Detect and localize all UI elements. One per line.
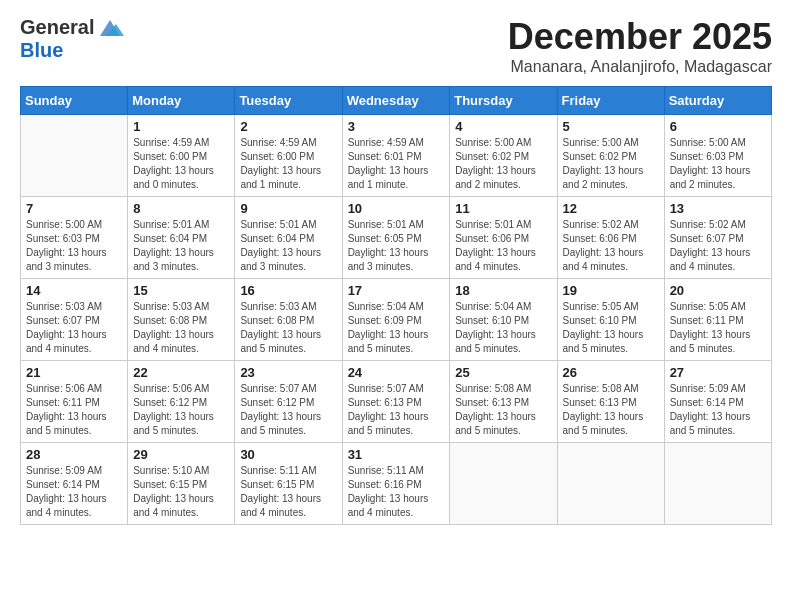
calendar-cell: 24Sunrise: 5:07 AM Sunset: 6:13 PM Dayli… (342, 361, 450, 443)
day-number: 18 (455, 283, 551, 298)
day-info: Sunrise: 5:11 AM Sunset: 6:15 PM Dayligh… (240, 464, 336, 520)
weekday-header-cell: Monday (128, 87, 235, 115)
day-info: Sunrise: 5:01 AM Sunset: 6:04 PM Dayligh… (133, 218, 229, 274)
day-number: 1 (133, 119, 229, 134)
day-info: Sunrise: 5:00 AM Sunset: 6:03 PM Dayligh… (670, 136, 766, 192)
day-number: 7 (26, 201, 122, 216)
day-info: Sunrise: 5:01 AM Sunset: 6:04 PM Dayligh… (240, 218, 336, 274)
day-info: Sunrise: 5:10 AM Sunset: 6:15 PM Dayligh… (133, 464, 229, 520)
day-number: 22 (133, 365, 229, 380)
calendar-cell: 10Sunrise: 5:01 AM Sunset: 6:05 PM Dayli… (342, 197, 450, 279)
day-info: Sunrise: 5:08 AM Sunset: 6:13 PM Dayligh… (563, 382, 659, 438)
calendar-cell: 19Sunrise: 5:05 AM Sunset: 6:10 PM Dayli… (557, 279, 664, 361)
calendar-cell: 17Sunrise: 5:04 AM Sunset: 6:09 PM Dayli… (342, 279, 450, 361)
day-number: 17 (348, 283, 445, 298)
day-number: 19 (563, 283, 659, 298)
day-info: Sunrise: 5:04 AM Sunset: 6:09 PM Dayligh… (348, 300, 445, 356)
calendar-cell (557, 443, 664, 525)
day-number: 13 (670, 201, 766, 216)
calendar-cell (450, 443, 557, 525)
calendar-week-row: 28Sunrise: 5:09 AM Sunset: 6:14 PM Dayli… (21, 443, 772, 525)
day-number: 24 (348, 365, 445, 380)
day-number: 15 (133, 283, 229, 298)
month-title: December 2025 (508, 16, 772, 58)
calendar-cell: 31Sunrise: 5:11 AM Sunset: 6:16 PM Dayli… (342, 443, 450, 525)
calendar-cell: 26Sunrise: 5:08 AM Sunset: 6:13 PM Dayli… (557, 361, 664, 443)
day-number: 23 (240, 365, 336, 380)
title-area: December 2025 Mananara, Analanjirofo, Ma… (508, 16, 772, 76)
logo: General Blue (20, 16, 124, 62)
day-number: 21 (26, 365, 122, 380)
day-number: 12 (563, 201, 659, 216)
header: General Blue December 2025 Mananara, Ana… (20, 16, 772, 76)
day-number: 28 (26, 447, 122, 462)
day-info: Sunrise: 5:03 AM Sunset: 6:08 PM Dayligh… (133, 300, 229, 356)
calendar-cell: 23Sunrise: 5:07 AM Sunset: 6:12 PM Dayli… (235, 361, 342, 443)
day-number: 29 (133, 447, 229, 462)
day-info: Sunrise: 5:04 AM Sunset: 6:10 PM Dayligh… (455, 300, 551, 356)
calendar-cell: 7Sunrise: 5:00 AM Sunset: 6:03 PM Daylig… (21, 197, 128, 279)
day-number: 10 (348, 201, 445, 216)
calendar-cell: 21Sunrise: 5:06 AM Sunset: 6:11 PM Dayli… (21, 361, 128, 443)
day-info: Sunrise: 5:05 AM Sunset: 6:11 PM Dayligh… (670, 300, 766, 356)
calendar-cell: 20Sunrise: 5:05 AM Sunset: 6:11 PM Dayli… (664, 279, 771, 361)
calendar-cell: 3Sunrise: 4:59 AM Sunset: 6:01 PM Daylig… (342, 115, 450, 197)
logo-icon (96, 18, 124, 38)
calendar-cell: 30Sunrise: 5:11 AM Sunset: 6:15 PM Dayli… (235, 443, 342, 525)
day-info: Sunrise: 5:03 AM Sunset: 6:08 PM Dayligh… (240, 300, 336, 356)
day-info: Sunrise: 4:59 AM Sunset: 6:00 PM Dayligh… (133, 136, 229, 192)
day-number: 5 (563, 119, 659, 134)
calendar-cell: 28Sunrise: 5:09 AM Sunset: 6:14 PM Dayli… (21, 443, 128, 525)
weekday-header: SundayMondayTuesdayWednesdayThursdayFrid… (21, 87, 772, 115)
day-info: Sunrise: 5:07 AM Sunset: 6:12 PM Dayligh… (240, 382, 336, 438)
calendar-week-row: 1Sunrise: 4:59 AM Sunset: 6:00 PM Daylig… (21, 115, 772, 197)
day-info: Sunrise: 5:00 AM Sunset: 6:02 PM Dayligh… (455, 136, 551, 192)
day-number: 20 (670, 283, 766, 298)
day-number: 11 (455, 201, 551, 216)
day-info: Sunrise: 5:08 AM Sunset: 6:13 PM Dayligh… (455, 382, 551, 438)
calendar-cell: 14Sunrise: 5:03 AM Sunset: 6:07 PM Dayli… (21, 279, 128, 361)
day-info: Sunrise: 5:01 AM Sunset: 6:06 PM Dayligh… (455, 218, 551, 274)
location-title: Mananara, Analanjirofo, Madagascar (508, 58, 772, 76)
calendar-week-row: 14Sunrise: 5:03 AM Sunset: 6:07 PM Dayli… (21, 279, 772, 361)
day-info: Sunrise: 5:09 AM Sunset: 6:14 PM Dayligh… (26, 464, 122, 520)
calendar-body: 1Sunrise: 4:59 AM Sunset: 6:00 PM Daylig… (21, 115, 772, 525)
calendar-cell: 5Sunrise: 5:00 AM Sunset: 6:02 PM Daylig… (557, 115, 664, 197)
day-number: 14 (26, 283, 122, 298)
day-number: 27 (670, 365, 766, 380)
calendar-cell: 2Sunrise: 4:59 AM Sunset: 6:00 PM Daylig… (235, 115, 342, 197)
weekday-header-cell: Saturday (664, 87, 771, 115)
day-info: Sunrise: 4:59 AM Sunset: 6:00 PM Dayligh… (240, 136, 336, 192)
calendar-cell (21, 115, 128, 197)
logo-general: General (20, 16, 94, 39)
calendar-cell (664, 443, 771, 525)
calendar-cell: 22Sunrise: 5:06 AM Sunset: 6:12 PM Dayli… (128, 361, 235, 443)
day-info: Sunrise: 5:09 AM Sunset: 6:14 PM Dayligh… (670, 382, 766, 438)
day-number: 26 (563, 365, 659, 380)
day-number: 9 (240, 201, 336, 216)
calendar-cell: 12Sunrise: 5:02 AM Sunset: 6:06 PM Dayli… (557, 197, 664, 279)
weekday-header-cell: Tuesday (235, 87, 342, 115)
day-number: 8 (133, 201, 229, 216)
day-number: 31 (348, 447, 445, 462)
calendar-cell: 9Sunrise: 5:01 AM Sunset: 6:04 PM Daylig… (235, 197, 342, 279)
calendar-cell: 4Sunrise: 5:00 AM Sunset: 6:02 PM Daylig… (450, 115, 557, 197)
calendar-cell: 29Sunrise: 5:10 AM Sunset: 6:15 PM Dayli… (128, 443, 235, 525)
day-info: Sunrise: 5:07 AM Sunset: 6:13 PM Dayligh… (348, 382, 445, 438)
calendar-cell: 6Sunrise: 5:00 AM Sunset: 6:03 PM Daylig… (664, 115, 771, 197)
day-info: Sunrise: 5:06 AM Sunset: 6:12 PM Dayligh… (133, 382, 229, 438)
calendar-cell: 8Sunrise: 5:01 AM Sunset: 6:04 PM Daylig… (128, 197, 235, 279)
day-info: Sunrise: 5:00 AM Sunset: 6:03 PM Dayligh… (26, 218, 122, 274)
day-info: Sunrise: 5:00 AM Sunset: 6:02 PM Dayligh… (563, 136, 659, 192)
logo-blue: Blue (20, 39, 63, 62)
calendar-cell: 27Sunrise: 5:09 AM Sunset: 6:14 PM Dayli… (664, 361, 771, 443)
day-info: Sunrise: 5:01 AM Sunset: 6:05 PM Dayligh… (348, 218, 445, 274)
day-number: 2 (240, 119, 336, 134)
day-number: 30 (240, 447, 336, 462)
calendar-table: SundayMondayTuesdayWednesdayThursdayFrid… (20, 86, 772, 525)
calendar-week-row: 7Sunrise: 5:00 AM Sunset: 6:03 PM Daylig… (21, 197, 772, 279)
calendar-cell: 16Sunrise: 5:03 AM Sunset: 6:08 PM Dayli… (235, 279, 342, 361)
weekday-header-cell: Friday (557, 87, 664, 115)
day-info: Sunrise: 5:02 AM Sunset: 6:07 PM Dayligh… (670, 218, 766, 274)
day-number: 4 (455, 119, 551, 134)
